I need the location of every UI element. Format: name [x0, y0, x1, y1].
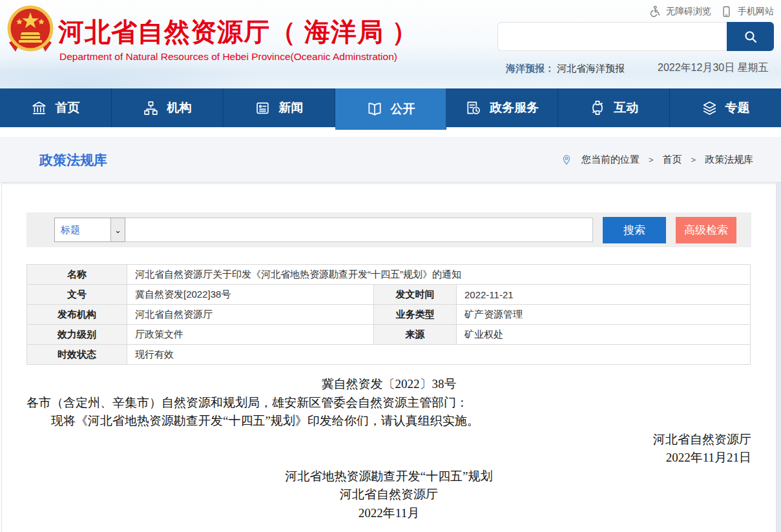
accessibility-label: 无障碍浏览	[666, 6, 711, 17]
doc-line-plan-date: 2022年11月	[26, 504, 751, 523]
main-nav: 首页 机构 新闻 公开 政务服务	[0, 88, 781, 127]
nav-item-news[interactable]: 新闻	[224, 88, 335, 127]
current-date: 2022年12月30日 星期五	[658, 61, 769, 75]
site-search-button[interactable]	[727, 22, 774, 51]
breadcrumb-separator: >	[649, 155, 654, 165]
doc-line-sign-date: 2022年11月21日	[26, 449, 751, 467]
site-header: 河北省自然资源厅（ 海洋局 ） Department of Natural Re…	[0, 0, 781, 88]
document-meta-table: 名称 河北省自然资源厅关于印发《河北省地热资源勘查开发“十四五”规划》的通知 文…	[26, 264, 751, 365]
breadcrumb-item-current[interactable]: 政策法规库	[705, 154, 753, 166]
nav-item-org[interactable]: 机构	[112, 88, 224, 127]
exchange-icon	[589, 99, 606, 116]
ocean-forecast-link[interactable]: 河北省海洋预报	[557, 63, 625, 75]
wheelchair-icon	[648, 5, 661, 18]
nav-item-topics[interactable]: 专题	[670, 88, 781, 127]
nav-label: 首页	[55, 99, 79, 116]
nav-label: 机构	[167, 99, 191, 116]
breadcrumb-location-label: 您当前的位置	[581, 154, 640, 166]
advanced-search-button[interactable]: 高级检索	[676, 217, 736, 243]
page-title: 政策法规库	[39, 151, 107, 169]
nav-label: 政务服务	[490, 99, 539, 116]
doc-line-plan-title: 河北省地热资源勘查开发“十四五”规划	[26, 467, 751, 486]
accessibility-link[interactable]: 无障碍浏览	[648, 5, 711, 18]
nav-item-services[interactable]: 政务服务	[446, 88, 558, 127]
meta-label-name: 名称	[27, 265, 127, 285]
site-title: 河北省自然资源厅（ 海洋局 ）	[58, 14, 418, 50]
layers-icon	[702, 100, 718, 116]
table-row: 效力级别 厅政策文件 来源 矿业权处	[27, 325, 751, 345]
table-row: 时效状态 现行有效	[27, 345, 751, 365]
search-button[interactable]: 搜索	[603, 217, 666, 243]
newspaper-icon	[255, 100, 271, 116]
table-row: 发布机构 河北省自然资源厅 业务类型 矿产资源管理	[27, 305, 751, 325]
meta-value-docnum: 冀自然资发[2022]38号	[127, 285, 374, 305]
nav-item-open[interactable]: 公开	[335, 88, 447, 130]
meta-value-issue-date: 2022-11-21	[457, 285, 751, 305]
doc-line-addressee: 各市（含定州、辛集市）自然资源和规划局，雄安新区管委会自然资源主管部门：	[26, 394, 751, 413]
phone-icon	[720, 5, 733, 18]
magnifier-icon	[743, 29, 758, 45]
meta-label-category: 业务类型	[374, 305, 457, 325]
search-field-selector[interactable]: 标题 ⌄	[54, 218, 125, 242]
table-row: 名称 河北省自然资源厅关于印发《河北省地热资源勘查开发“十四五”规划》的通知	[27, 265, 751, 285]
site-search-input[interactable]	[497, 22, 727, 51]
meta-value-category: 矿产资源管理	[457, 305, 751, 325]
scrollbar-track[interactable]	[776, 183, 781, 532]
mobile-site-link[interactable]: 手机网站	[720, 5, 774, 18]
breadcrumb-item-home[interactable]: 首页	[663, 154, 682, 166]
org-chart-icon	[143, 100, 159, 116]
site-search	[497, 22, 774, 51]
nav-label: 专题	[725, 99, 750, 116]
meta-label-issue-date: 发文时间	[374, 285, 457, 305]
mobile-site-label: 手机网站	[738, 6, 774, 17]
meta-value-name: 河北省自然资源厅关于印发《河北省地热资源勘查开发“十四五”规划》的通知	[127, 265, 751, 285]
doc-line-docnum: 冀自然资发〔2022〕38号	[26, 375, 751, 394]
policy-search-bar: 标题 ⌄ 搜索 高级检索	[26, 212, 751, 247]
doc-line-signature: 河北省自然资源厅	[26, 431, 751, 449]
table-row: 文号 冀自然资发[2022]38号 发文时间 2022-11-21	[27, 285, 751, 305]
nav-item-interaction[interactable]: 互动	[558, 88, 670, 127]
chevron-down-icon: ⌄	[110, 218, 125, 241]
nav-label: 互动	[614, 99, 638, 116]
doc-line-body: 现将《河北省地热资源勘查开发“十四五”规划》印发给你们，请认真组织实施。	[26, 412, 751, 431]
meta-label-status: 时效状态	[27, 345, 127, 365]
meta-value-level: 厅政策文件	[127, 325, 374, 345]
meta-value-source: 矿业权处	[457, 325, 751, 345]
header-quick-links: 无障碍浏览 手机网站	[606, 4, 774, 19]
open-book-icon	[366, 101, 383, 118]
nav-label: 新闻	[278, 99, 303, 116]
breadcrumb: 您当前的位置 > 首页 > 政策法规库	[561, 154, 753, 166]
map-pin-icon	[561, 154, 572, 166]
meta-value-status: 现行有效	[127, 345, 751, 365]
doc-line-plan-author: 河北省自然资源厅	[26, 486, 751, 504]
search-field-selected-value: 标题	[55, 218, 110, 241]
meta-label-agency: 发布机构	[27, 305, 127, 325]
meta-label-docnum: 文号	[27, 285, 127, 305]
china-national-emblem-icon	[5, 4, 56, 56]
ocean-forecast-label: 海洋预报：	[506, 63, 554, 75]
search-keyword-input[interactable]	[125, 218, 593, 242]
nav-item-home[interactable]: 首页	[0, 88, 112, 127]
home-icon	[31, 100, 47, 116]
meta-value-agency: 河北省自然资源厅	[127, 305, 374, 325]
document-body: 冀自然资发〔2022〕38号 各市（含定州、辛集市）自然资源和规划局，雄安新区管…	[26, 375, 751, 522]
content-container: 标题 ⌄ 搜索 高级检索 名称 河北省自然资源厅关于印发《河北省地热资源勘查开发…	[1, 183, 776, 532]
nav-label: 公开	[391, 101, 415, 118]
meta-label-source: 来源	[374, 325, 457, 345]
meta-label-level: 效力级别	[27, 325, 127, 345]
breadcrumb-band: 政策法规库 您当前的位置 > 首页 > 政策法规库	[0, 137, 781, 183]
site-subtitle: Department of Natural Resources of Hebei…	[59, 51, 397, 63]
breadcrumb-separator: >	[691, 155, 696, 165]
document-clock-icon	[465, 99, 482, 116]
